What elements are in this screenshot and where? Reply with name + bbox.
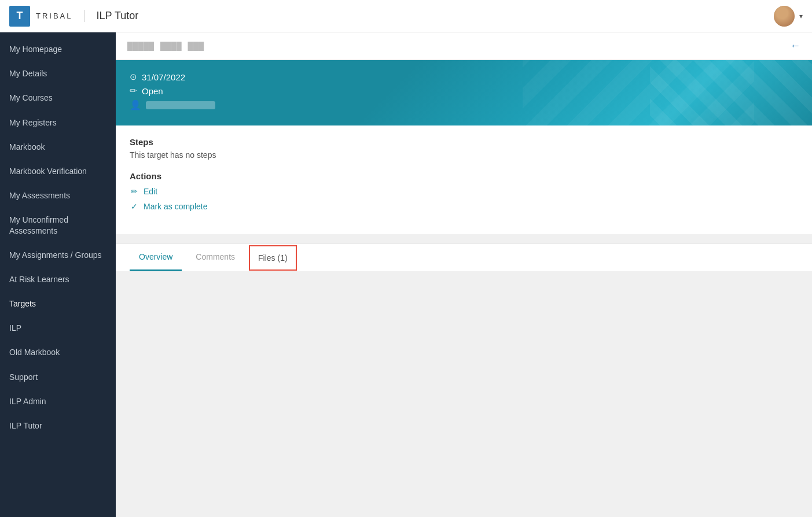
pencil-icon: ✏ (130, 187, 139, 196)
main-layout: My Homepage My Details My Courses My Reg… (0, 32, 812, 517)
sidebar-item-ilp-tutor[interactable]: ILP Tutor (0, 413, 116, 438)
banner-status: Open (142, 86, 163, 96)
sidebar-item-ilp-admin[interactable]: ILP Admin (0, 389, 116, 413)
main-content: █████ ████ ███ ← ⊙ 31/07/2022 ✏ Open 👤 S… (116, 32, 812, 517)
back-button[interactable]: ← (790, 40, 800, 52)
sidebar-item-at-risk-learners[interactable]: At Risk Learners (0, 267, 116, 291)
target-banner: ⊙ 31/07/2022 ✏ Open 👤 (116, 60, 812, 125)
actions-title: Actions (130, 171, 798, 181)
banner-user-placeholder (146, 101, 215, 109)
sidebar-item-my-unconfirmed-assessments[interactable]: My Unconfirmed Assessments (0, 208, 116, 242)
edit-link[interactable]: Edit (144, 187, 157, 196)
mark-complete-action-row: ✓ Mark as complete (130, 202, 798, 211)
avatar[interactable] (774, 6, 795, 27)
breadcrumb: █████ ████ ███ (127, 42, 204, 50)
logo-text: TRIBAL (36, 12, 73, 20)
logo-box: T (9, 6, 30, 27)
sidebar-item-my-assessments[interactable]: My Assessments (0, 183, 116, 208)
banner-date: 31/07/2022 (142, 72, 185, 82)
sidebar: My Homepage My Details My Courses My Reg… (0, 32, 116, 517)
banner-date-row: ⊙ 31/07/2022 (130, 72, 798, 82)
breadcrumb-bar: █████ ████ ███ ← (116, 32, 812, 60)
sidebar-item-markbook-verification[interactable]: Markbook Verification (0, 159, 116, 183)
sidebar-item-my-courses[interactable]: My Courses (0, 86, 116, 110)
steps-title: Steps (130, 137, 798, 147)
tab-overview[interactable]: Overview (130, 244, 182, 271)
avatar-image (774, 6, 795, 27)
sidebar-item-my-registers[interactable]: My Registers (0, 110, 116, 135)
banner-status-row: ✏ Open (130, 86, 798, 96)
edit-action-row: ✏ Edit (130, 187, 798, 196)
mark-complete-link[interactable]: Mark as complete (144, 202, 207, 211)
sidebar-item-support[interactable]: Support (0, 365, 116, 389)
banner-user-row: 👤 (130, 99, 798, 110)
card-body: Steps This target has no steps Actions ✏… (116, 125, 812, 234)
sidebar-item-my-homepage[interactable]: My Homepage (0, 37, 116, 61)
tabs-bar: Overview Comments Files (1) (116, 243, 812, 271)
check-icon: ✓ (130, 202, 139, 211)
tab-comments[interactable]: Comments (186, 244, 244, 271)
tab-files[interactable]: Files (1) (249, 245, 297, 271)
sidebar-item-targets[interactable]: Targets (0, 291, 116, 316)
sidebar-item-markbook[interactable]: Markbook (0, 135, 116, 159)
sidebar-item-my-assignments-groups[interactable]: My Assignments / Groups (0, 243, 116, 267)
logo-letter: T (17, 10, 23, 22)
clock-icon: ⊙ (130, 72, 137, 82)
logo-container: T TRIBAL (9, 6, 73, 27)
sidebar-item-ilp[interactable]: ILP (0, 316, 116, 340)
app-header: T TRIBAL ILP Tutor ▾ (0, 0, 812, 32)
edit-icon: ✏ (130, 86, 137, 96)
user-icon: 👤 (130, 99, 141, 110)
chevron-down-icon[interactable]: ▾ (799, 12, 803, 20)
steps-text: This target has no steps (130, 150, 798, 160)
sidebar-item-my-details[interactable]: My Details (0, 61, 116, 86)
sidebar-item-old-markbook[interactable]: Old Markbook (0, 340, 116, 364)
app-title: ILP Tutor (84, 10, 139, 22)
